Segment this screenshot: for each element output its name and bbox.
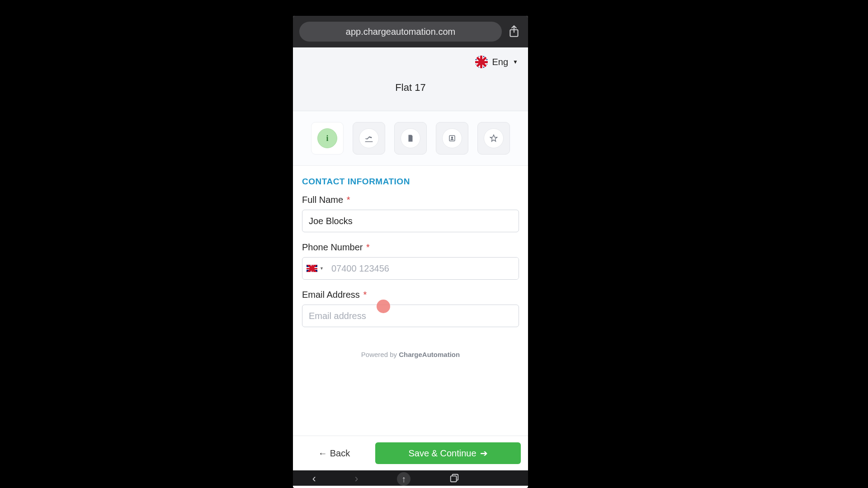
section-title: CONTACT INFORMATION xyxy=(302,177,519,187)
arrow-left-icon: ← xyxy=(318,448,327,459)
phone-input-wrap: ▼ xyxy=(302,257,519,280)
mobile-viewport: app.chargeautomation.com Eng ▼ Flat 17 i xyxy=(293,16,528,488)
required-asterisk: * xyxy=(363,290,367,300)
email-input[interactable] xyxy=(302,305,519,327)
phone-label-text: Phone Number xyxy=(302,242,363,252)
step-review[interactable] xyxy=(477,122,510,155)
svg-rect-3 xyxy=(450,476,456,482)
document-icon xyxy=(401,128,420,148)
ios-bottom-toolbar: ‹ › ↑ ⋯ xyxy=(293,470,528,486)
language-selector[interactable]: Eng ▼ xyxy=(293,47,528,73)
phone-country-selector[interactable]: ▼ xyxy=(302,258,328,279)
phone-input[interactable] xyxy=(328,258,519,279)
browser-back-icon[interactable]: ‹ xyxy=(312,473,316,484)
step-arrival[interactable] xyxy=(353,122,385,155)
action-bar: ← Back Save & Continue ➔ xyxy=(293,436,528,470)
chevron-down-icon: ▼ xyxy=(320,266,324,271)
full-name-label: Full Name * xyxy=(302,195,519,205)
email-label-text: Email Address xyxy=(302,290,360,300)
save-continue-button[interactable]: Save & Continue ➔ xyxy=(375,442,521,464)
app-content: Eng ▼ Flat 17 i xyxy=(293,47,528,486)
contact-form: CONTACT INFORMATION Full Name * Phone Nu… xyxy=(293,166,528,436)
id-card-icon xyxy=(442,128,462,148)
arrow-right-icon: ➔ xyxy=(480,448,488,459)
arrival-icon xyxy=(359,128,379,148)
powered-brand: ChargeAutomation xyxy=(399,351,460,358)
powered-by: Powered by ChargeAutomation xyxy=(302,337,519,365)
field-email: Email Address * xyxy=(302,290,519,327)
chevron-down-icon: ▼ xyxy=(513,59,518,65)
required-asterisk: * xyxy=(366,242,370,252)
property-title: Flat 17 xyxy=(293,73,528,111)
uk-flag-icon xyxy=(475,56,488,68)
field-full-name: Full Name * xyxy=(302,195,519,232)
url-text: app.chargeautomation.com xyxy=(346,27,455,37)
browser-forward-icon[interactable]: › xyxy=(354,473,358,484)
browser-address-bar: app.chargeautomation.com xyxy=(293,16,528,47)
back-button[interactable]: ← Back xyxy=(300,442,368,464)
svg-point-2 xyxy=(452,137,453,138)
step-id[interactable] xyxy=(436,122,468,155)
save-button-label: Save & Continue xyxy=(408,448,476,459)
phone-label: Phone Number * xyxy=(302,242,519,253)
url-field[interactable]: app.chargeautomation.com xyxy=(299,22,502,42)
star-icon xyxy=(484,128,504,148)
info-icon: i xyxy=(317,128,337,148)
full-name-label-text: Full Name xyxy=(302,195,343,205)
field-phone: Phone Number * ▼ xyxy=(302,242,519,280)
step-info[interactable]: i xyxy=(311,122,344,155)
browser-tabs-icon[interactable] xyxy=(449,473,459,485)
uk-flag-icon xyxy=(307,265,317,272)
language-label: Eng xyxy=(492,57,509,67)
step-document[interactable] xyxy=(394,122,427,155)
back-button-label: Back xyxy=(330,448,350,459)
step-tabs: i xyxy=(293,111,528,166)
required-asterisk: * xyxy=(347,195,350,205)
full-name-input[interactable] xyxy=(302,210,519,232)
share-icon[interactable] xyxy=(506,24,522,39)
powered-prefix: Powered by xyxy=(361,351,399,358)
email-label: Email Address * xyxy=(302,290,519,300)
browser-share-icon[interactable]: ↑ xyxy=(397,472,410,486)
